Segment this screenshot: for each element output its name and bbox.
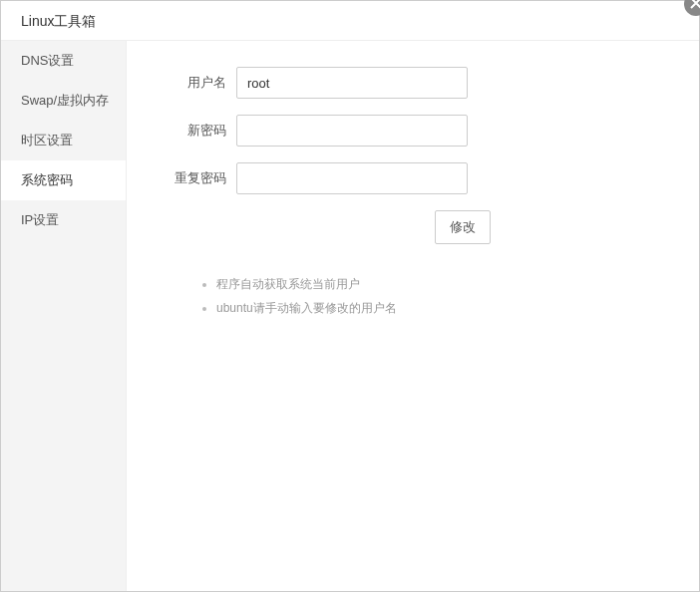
form-row-password: 新密码 <box>167 115 659 147</box>
confirm-label: 重复密码 <box>167 169 226 187</box>
hint-item: ubuntu请手动输入要修改的用户名 <box>216 296 659 320</box>
sidebar-item-label: 时区设置 <box>21 133 73 148</box>
sidebar-item-label: Swap/虚拟内存 <box>21 93 109 108</box>
dialog-title: Linux工具箱 <box>21 13 96 29</box>
hint-item: 程序自动获取系统当前用户 <box>216 272 659 296</box>
close-icon <box>690 0 700 12</box>
sidebar: DNS设置 Swap/虚拟内存 时区设置 系统密码 IP设置 <box>1 41 127 591</box>
hint-list: 程序自动获取系统当前用户 ubuntu请手动输入要修改的用户名 <box>198 272 659 320</box>
confirm-input[interactable] <box>236 162 468 194</box>
form-row-confirm: 重复密码 <box>167 162 659 194</box>
title-bar: Linux工具箱 <box>1 1 699 41</box>
username-label: 用户名 <box>167 74 226 92</box>
button-row: 修改 <box>167 210 659 244</box>
dialog: Linux工具箱 DNS设置 Swap/虚拟内存 时区设置 系统密码 IP设置 … <box>0 0 700 592</box>
password-label: 新密码 <box>167 122 226 140</box>
sidebar-item-label: IP设置 <box>21 212 59 227</box>
sidebar-item-label: 系统密码 <box>21 172 73 187</box>
sidebar-item-syspassword[interactable]: 系统密码 <box>1 160 126 200</box>
sidebar-item-label: DNS设置 <box>21 53 74 68</box>
sidebar-item-ip[interactable]: IP设置 <box>1 200 126 240</box>
password-input[interactable] <box>236 115 468 147</box>
sidebar-item-dns[interactable]: DNS设置 <box>1 41 126 81</box>
submit-button[interactable]: 修改 <box>435 210 491 244</box>
dialog-body: DNS设置 Swap/虚拟内存 时区设置 系统密码 IP设置 用户名 新密码 <box>1 41 699 591</box>
sidebar-item-timezone[interactable]: 时区设置 <box>1 121 126 160</box>
content-panel: 用户名 新密码 重复密码 修改 程序自动获取系统当前用户 ubuntu请手动输入… <box>127 41 699 591</box>
sidebar-item-swap[interactable]: Swap/虚拟内存 <box>1 81 126 121</box>
form-row-username: 用户名 <box>167 67 659 99</box>
username-input[interactable] <box>236 67 468 99</box>
